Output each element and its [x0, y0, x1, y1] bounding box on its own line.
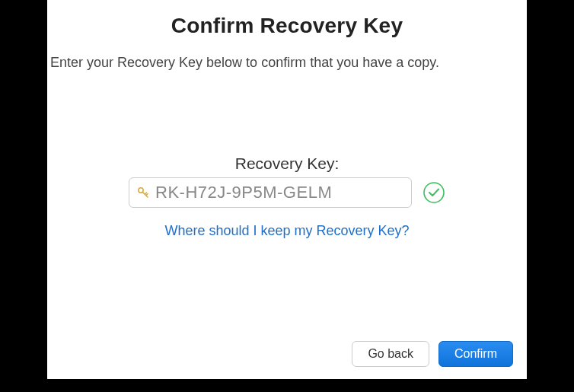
check-circle-icon	[423, 181, 445, 204]
confirm-button[interactable]: Confirm	[438, 341, 513, 367]
help-link[interactable]: Where should I keep my Recovery Key?	[164, 223, 409, 238]
recovery-key-label: Recovery Key:	[47, 155, 527, 173]
page-title: Confirm Recovery Key	[47, 14, 527, 38]
go-back-button[interactable]: Go back	[352, 341, 429, 367]
recovery-key-section: Recovery Key: Where should I keep my	[47, 155, 527, 239]
instruction-text: Enter your Recovery Key below to confirm…	[47, 55, 527, 71]
help-row: Where should I keep my Recovery Key?	[47, 223, 527, 239]
recovery-key-input-row	[129, 177, 445, 208]
svg-point-1	[424, 183, 444, 202]
recovery-key-input-wrap	[129, 177, 412, 208]
recovery-key-input[interactable]	[129, 177, 412, 208]
confirm-recovery-key-dialog: Confirm Recovery Key Enter your Recovery…	[47, 0, 527, 379]
dialog-footer: Go back Confirm	[352, 341, 513, 367]
